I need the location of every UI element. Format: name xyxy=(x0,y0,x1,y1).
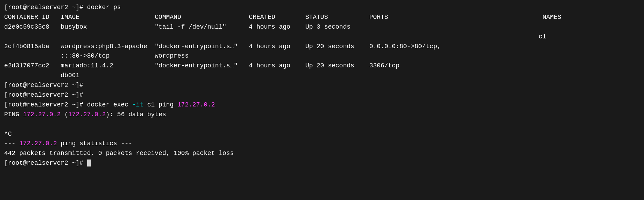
stat-result: 442 packets transmitted, 0 packets recei… xyxy=(4,150,234,157)
cmd-exec-flag: -it xyxy=(132,101,143,108)
terminal-output: [root@realserver2 ~]# docker ps CONTAINE… xyxy=(4,3,640,168)
row3-names: db001 xyxy=(4,72,79,79)
prompt-1: [root@realserver2 ~]# xyxy=(4,4,83,11)
ping-ip1: 172.27.0.2 xyxy=(23,111,61,118)
row2-id: 2cf4b0815aba wordpress:php8.3-apache "do… xyxy=(4,43,441,50)
ping-paren-open: ( xyxy=(61,111,68,118)
cmd-exec-c1: c1 ping xyxy=(144,101,177,108)
ping-output: PING xyxy=(4,111,23,118)
cmd-1: docker ps xyxy=(83,4,121,11)
ping-paren-close: ): 56 data bytes xyxy=(106,111,166,118)
final-prompt: [root@realserver2 ~]# xyxy=(4,160,91,166)
cmd-exec-ip: 172.27.0.2 xyxy=(177,101,215,108)
ctrl-c: ^C xyxy=(4,131,12,138)
row3-id: e2d317077cc2 mariadb:11.4.2 "docker-entr… xyxy=(4,62,399,69)
blank-prompt-1: [root@realserver2 ~]# xyxy=(4,82,83,89)
blank-prompt-2: [root@realserver2 ~]# xyxy=(4,91,83,98)
cmd-exec-docker: docker exec xyxy=(83,101,132,108)
ping-ip2: 172.27.0.2 xyxy=(68,111,106,118)
row1-id: d2e0c59c35c8 busybox "tail -f /dev/null"… xyxy=(4,23,351,30)
row2-ports2: :::80->80/tcp wordpress xyxy=(4,52,189,59)
header-row: CONTAINER ID IMAGE COMMAND CREATED STATU… xyxy=(4,14,561,21)
row1-names: c1 xyxy=(4,33,546,40)
prompt-exec: [root@realserver2 ~]# xyxy=(4,101,83,108)
stat-header: --- 172.27.0.2 ping statistics --- xyxy=(4,140,132,147)
cursor xyxy=(87,160,91,166)
